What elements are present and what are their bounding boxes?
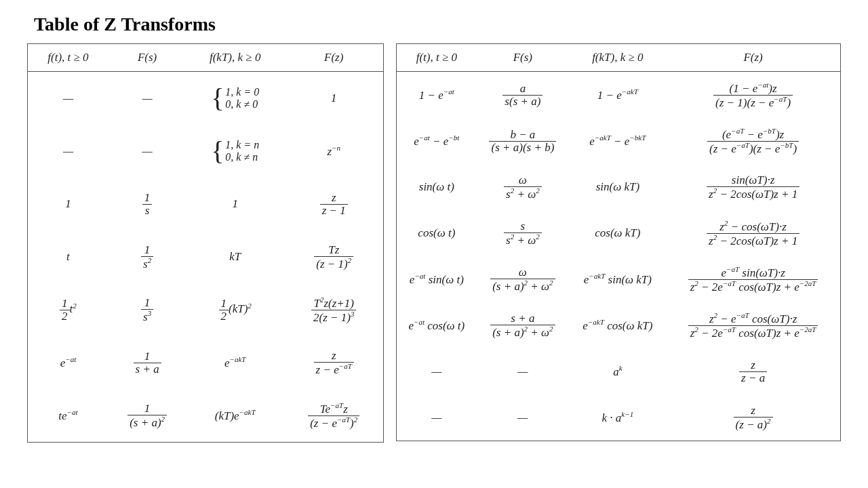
- cell: { 1, k = 0 0, k ≠ 0: [186, 72, 284, 125]
- cell: 1s3: [108, 283, 186, 336]
- cell: e−akT sin(ω kT): [570, 256, 667, 302]
- table-row: t 1s2 kT Tz(z − 1)2: [28, 230, 384, 283]
- col-fs: F(s): [108, 44, 186, 72]
- page-title: Table of Z Transforms: [34, 14, 841, 35]
- cell: e−at − e−bt: [397, 118, 476, 164]
- table-row: 1 − e−at as(s + a) 1 − e−akT (1 − e−at)z…: [397, 72, 841, 119]
- cell: 1: [284, 72, 384, 125]
- cell: ω(s + a)2 + ω2: [476, 256, 569, 302]
- table-row: e−at cos(ω t) s + a(s + a)2 + ω2 e−akT c…: [397, 302, 841, 348]
- table-row: — — ak zz − a: [397, 348, 841, 394]
- col-fs: F(s): [476, 44, 569, 72]
- cell: te−at: [28, 389, 108, 443]
- cell: ak: [570, 348, 667, 394]
- cell: (e−aT − e−bT)z (z − e−aT)(z − e−bT): [666, 118, 840, 164]
- cell: { 1, k = n 0, k ≠ n: [186, 125, 284, 178]
- cell: Tz(z − 1)2: [284, 230, 384, 283]
- cell: sin(ωT)·zz2 − 2cos(ωT)z + 1: [666, 164, 840, 210]
- cell: k · ak−1: [570, 394, 667, 441]
- col-ft: f(t), t ≥ 0: [28, 44, 108, 72]
- cell: ss2 + ω2: [476, 210, 569, 256]
- cell: —: [397, 394, 476, 441]
- cell: sin(ω t): [397, 164, 476, 210]
- cell: z(z − a)2: [666, 394, 840, 441]
- cell: zz − a: [666, 348, 840, 394]
- cell: as(s + a): [476, 72, 569, 119]
- z-transform-table-left: f(t), t ≥ 0 F(s) f(kT), k ≥ 0 F(z) — — {…: [27, 43, 384, 443]
- cell: z2 − cos(ωT)·zz2 − 2cos(ωT)z + 1: [666, 210, 840, 256]
- header-row: f(t), t ≥ 0 F(s) f(kT), k ≥ 0 F(z): [28, 44, 384, 72]
- cell: s + a(s + a)2 + ω2: [476, 302, 569, 348]
- cell: 1 − e−at: [397, 72, 476, 119]
- cell: 12(kT)2: [186, 283, 284, 336]
- cell: 1: [186, 178, 284, 230]
- cell: 1(s + a)2: [108, 389, 186, 443]
- col-fz: F(z): [666, 44, 840, 72]
- cell: zz − e−aT: [284, 336, 384, 389]
- cell: z−n: [284, 125, 384, 178]
- cell: kT: [186, 230, 284, 283]
- cell: ωs2 + ω2: [476, 164, 569, 210]
- cell: 12t2: [28, 283, 108, 336]
- cell: e−at: [28, 336, 108, 389]
- cell: (1 − e−at)z (z − 1)(z − e−aT): [666, 72, 840, 119]
- table-row: 12t2 1s3 12(kT)2 T2z(z+1)2(z − 1)3: [28, 283, 384, 336]
- cell: e−akT cos(ω kT): [570, 302, 667, 348]
- col-fkT: f(kT), k ≥ 0: [186, 44, 284, 72]
- cell: —: [28, 125, 108, 178]
- cell: —: [397, 348, 476, 394]
- table-row: — — k · ak−1 z(z − a)2: [397, 394, 841, 441]
- col-ft: f(t), t ≥ 0: [397, 44, 476, 72]
- cell: —: [108, 125, 186, 178]
- cell: e−at sin(ω t): [397, 256, 476, 302]
- cell: 1s2: [108, 230, 186, 283]
- table-row: cos(ω t) ss2 + ω2 cos(ω kT) z2 − cos(ωT)…: [397, 210, 841, 256]
- cell: e−akT − e−bkT: [570, 118, 667, 164]
- table-row: — — { 1, k = n 0, k ≠ n z−n: [28, 125, 384, 178]
- table-row: — — { 1, k = 0 0, k ≠ 0 1: [28, 72, 384, 125]
- cell: T2z(z+1)2(z − 1)3: [284, 283, 384, 336]
- cell: e−at cos(ω t): [397, 302, 476, 348]
- table-row: sin(ω t) ωs2 + ω2 sin(ω kT) sin(ωT)·zz2 …: [397, 164, 841, 210]
- cell: 1s: [108, 178, 186, 230]
- cell: —: [28, 72, 108, 125]
- table-row: e−at sin(ω t) ω(s + a)2 + ω2 e−akT sin(ω…: [397, 256, 841, 302]
- cell: (kT)e−akT: [186, 389, 284, 443]
- cell: e−akT: [186, 336, 284, 389]
- header-row: f(t), t ≥ 0 F(s) f(kT), k ≥ 0 F(z): [397, 44, 841, 72]
- table-row: e−at 1s + a e−akT zz − e−aT: [28, 336, 384, 389]
- cell: cos(ω kT): [570, 210, 667, 256]
- col-fkT: f(kT), k ≥ 0: [570, 44, 667, 72]
- cell: 1s + a: [108, 336, 186, 389]
- tables-container: f(t), t ≥ 0 F(s) f(kT), k ≥ 0 F(z) — — {…: [27, 43, 841, 443]
- table-row: 1 1s 1 zz − 1: [28, 178, 384, 230]
- cell: —: [108, 72, 186, 125]
- cell: zz − 1: [284, 178, 384, 230]
- cell: —: [476, 348, 569, 394]
- cell: t: [28, 230, 108, 283]
- cell: z2 − e−aT cos(ωT)·zz2 − 2e−aT cos(ωT)z +…: [666, 302, 840, 348]
- cell: 1 − e−akT: [570, 72, 667, 119]
- cell: 1: [28, 178, 108, 230]
- cell: b − a(s + a)(s + b): [476, 118, 569, 164]
- z-transform-table-right: f(t), t ≥ 0 F(s) f(kT), k ≥ 0 F(z) 1 − e…: [396, 43, 841, 441]
- cell: cos(ω t): [397, 210, 476, 256]
- table-row: te−at 1(s + a)2 (kT)e−akT Te−aTz(z − e−a…: [28, 389, 384, 443]
- cell: e−aT sin(ωT)·zz2 − 2e−aT cos(ωT)z + e−2a…: [666, 256, 840, 302]
- col-fz: F(z): [284, 44, 384, 72]
- table-row: e−at − e−bt b − a(s + a)(s + b) e−akT − …: [397, 118, 841, 164]
- cell: sin(ω kT): [570, 164, 667, 210]
- cell: —: [476, 394, 569, 441]
- cell: Te−aTz(z − e−aT)2: [284, 389, 384, 443]
